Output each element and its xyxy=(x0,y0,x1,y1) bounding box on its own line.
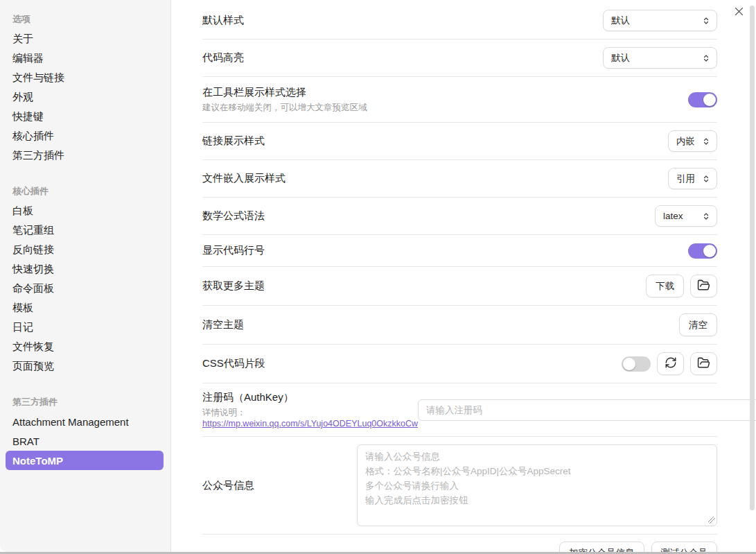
setting-name: 公众号信息 xyxy=(202,479,254,492)
setting-row-mp-account-info: 公众号信息 xyxy=(202,437,717,535)
settings-modal: 选项 关于 编辑器 文件与链接 外观 快捷键 核心插件 第三方插件 核心插件 白… xyxy=(0,0,756,554)
setting-row-get-themes: 获取更多主题 下载 xyxy=(202,267,717,306)
sidebar-item-templates[interactable]: 模板 xyxy=(6,298,164,318)
setting-name: 数学公式语法 xyxy=(202,209,265,223)
sidebar-item-appearance[interactable]: 外观 xyxy=(6,87,164,107)
setting-row-embed-style: 文件嵌入展示样式 引用 xyxy=(202,160,717,198)
setting-name: 注册码（AuthKey） xyxy=(202,391,418,404)
toggle-knob xyxy=(703,94,716,106)
reload-snippets-button[interactable] xyxy=(657,352,684,375)
chevrons-up-down-icon xyxy=(702,53,710,63)
setting-name: 默认样式 xyxy=(202,14,244,27)
footer-actions: 加密公众号信息 测试公众号 xyxy=(202,535,717,552)
toggle-knob xyxy=(623,358,635,370)
link-style-select[interactable]: 内嵌 xyxy=(668,130,717,152)
setting-row-line-numbers: 显示代码行号 xyxy=(202,235,717,267)
desc-prefix: 详情说明： xyxy=(202,408,246,417)
setting-name: 显示代码行号 xyxy=(202,244,265,257)
sidebar-item-command-palette[interactable]: 命令面板 xyxy=(6,279,164,298)
default-style-select[interactable]: 默认 xyxy=(603,10,717,31)
setting-row-toolbar-style-picker: 在工具栏展示样式选择 建议在移动端关闭，可以增大文章预览区域 xyxy=(202,77,717,123)
sidebar-item-core-plugins[interactable]: 核心插件 xyxy=(6,126,164,146)
sidebar-section-core-plugins: 核心插件 白板 笔记重组 反向链接 快速切换 命令面板 模板 日记 文件恢复 页… xyxy=(12,182,164,376)
setting-name: 文件嵌入展示样式 xyxy=(202,172,285,185)
setting-name: 链接展示样式 xyxy=(202,135,265,148)
select-value: latex xyxy=(663,211,683,221)
chevrons-up-down-icon xyxy=(702,211,710,221)
download-theme-button[interactable]: 下载 xyxy=(646,275,684,297)
sidebar-item-brat[interactable]: BRAT xyxy=(6,431,164,451)
toggle-knob xyxy=(703,245,716,257)
mp-account-textarea-wrap xyxy=(357,444,717,526)
test-mp-account-button[interactable]: 测试公众号 xyxy=(651,542,718,552)
setting-name: CSS代码片段 xyxy=(202,357,265,370)
css-snippets-toggle[interactable] xyxy=(622,356,651,372)
authkey-help-link[interactable]: https://mp.weixin.qq.com/s/LYujo4ODEYLuq… xyxy=(202,419,418,429)
chevrons-up-down-icon xyxy=(702,137,710,146)
setting-name: 在工具栏展示样式选择 xyxy=(202,86,367,99)
settings-sidebar: 选项 关于 编辑器 文件与链接 外观 快捷键 核心插件 第三方插件 核心插件 白… xyxy=(0,0,171,552)
embed-style-select[interactable]: 引用 xyxy=(668,168,717,189)
sidebar-item-daily-notes[interactable]: 日记 xyxy=(6,318,164,337)
clear-theme-button[interactable]: 清空 xyxy=(679,313,717,336)
open-theme-folder-button[interactable] xyxy=(690,275,717,297)
setting-description: 详情说明： https://mp.weixin.qq.com/s/LYujo4O… xyxy=(202,407,418,429)
select-value: 默认 xyxy=(611,52,630,64)
sidebar-item-about[interactable]: 关于 xyxy=(6,29,164,49)
sidebar-section-community-plugins: 第三方插件 Attachment Management BRAT NoteToM… xyxy=(12,392,164,470)
setting-row-css-snippets: CSS代码片段 xyxy=(202,345,717,383)
sidebar-item-notetomp[interactable]: NoteToMP xyxy=(6,451,164,470)
setting-row-default-style: 默认样式 默认 xyxy=(202,2,717,40)
authkey-input[interactable] xyxy=(418,399,756,421)
chevrons-up-down-icon xyxy=(702,16,710,26)
select-value: 内嵌 xyxy=(676,135,695,148)
folder-open-icon xyxy=(697,356,710,372)
sidebar-item-canvas[interactable]: 白板 xyxy=(6,201,164,220)
sidebar-header-options: 选项 xyxy=(12,10,164,29)
toolbar-style-toggle[interactable] xyxy=(688,92,717,107)
close-icon[interactable] xyxy=(731,3,746,19)
sidebar-item-page-preview[interactable]: 页面预览 xyxy=(6,356,164,376)
sidebar-item-attachment-management[interactable]: Attachment Management xyxy=(6,412,164,431)
setting-name: 清空主题 xyxy=(202,318,244,331)
setting-row-math-syntax: 数学公式语法 latex xyxy=(202,198,717,235)
sidebar-item-hotkeys[interactable]: 快捷键 xyxy=(6,107,164,126)
encrypt-mp-info-button[interactable]: 加密公众号信息 xyxy=(559,542,644,552)
sidebar-item-files-links[interactable]: 文件与链接 xyxy=(6,68,164,87)
sidebar-item-community-plugins[interactable]: 第三方插件 xyxy=(6,146,164,165)
setting-description: 建议在移动端关闭，可以增大文章预览区域 xyxy=(202,102,367,114)
folder-open-icon xyxy=(697,279,710,294)
open-snippets-folder-button[interactable] xyxy=(690,352,717,375)
setting-row-clear-themes: 清空主题 清空 xyxy=(202,306,717,345)
sidebar-item-quick-switcher[interactable]: 快速切换 xyxy=(6,259,164,279)
settings-pane: 默认样式 默认 代码高亮 默认 xyxy=(171,0,756,552)
refresh-icon xyxy=(665,356,677,371)
setting-row-code-highlight: 代码高亮 默认 xyxy=(202,40,717,77)
setting-name: 获取更多主题 xyxy=(202,279,265,293)
line-numbers-toggle[interactable] xyxy=(688,243,717,259)
sidebar-section-options: 选项 关于 编辑器 文件与链接 外观 快捷键 核心插件 第三方插件 xyxy=(12,10,164,165)
sidebar-header-community-plugins: 第三方插件 xyxy=(12,392,164,412)
select-value: 引用 xyxy=(676,173,695,185)
scrollbar[interactable] xyxy=(750,6,755,510)
sidebar-item-note-composer[interactable]: 笔记重组 xyxy=(6,220,164,240)
sidebar-item-file-recovery[interactable]: 文件恢复 xyxy=(6,337,164,356)
select-value: 默认 xyxy=(611,15,630,27)
sidebar-item-backlinks[interactable]: 反向链接 xyxy=(6,240,164,259)
sidebar-item-editor[interactable]: 编辑器 xyxy=(6,49,164,68)
code-highlight-select[interactable]: 默认 xyxy=(603,47,717,69)
math-syntax-select[interactable]: latex xyxy=(655,205,717,227)
setting-name: 代码高亮 xyxy=(202,51,244,64)
setting-row-link-style: 链接展示样式 内嵌 xyxy=(202,123,717,160)
chevrons-up-down-icon xyxy=(702,174,710,184)
sidebar-header-core-plugins: 核心插件 xyxy=(12,182,164,201)
mp-account-textarea[interactable] xyxy=(357,444,717,526)
setting-row-authkey: 注册码（AuthKey） 详情说明： https://mp.weixin.qq.… xyxy=(202,383,717,437)
